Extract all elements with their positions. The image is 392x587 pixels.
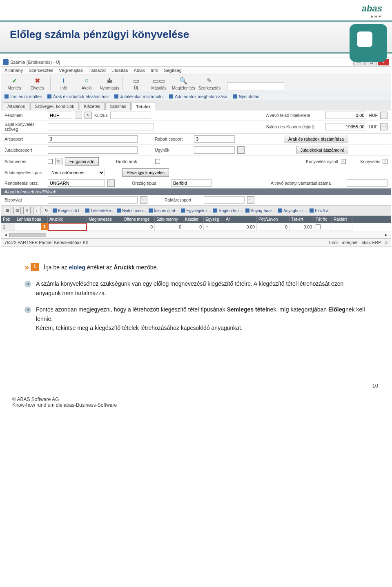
cell-tetfix[interactable] bbox=[314, 223, 332, 231]
input-arcsoport[interactable] bbox=[48, 135, 138, 143]
input-bizonylat[interactable] bbox=[48, 196, 138, 204]
grid-tool-a[interactable]: ▦ bbox=[4, 207, 11, 214]
input-rendelt[interactable] bbox=[48, 179, 105, 187]
tool-display[interactable]: 🔍Megjelenítés bbox=[172, 76, 195, 90]
tab-tetelek[interactable]: Tételek bbox=[131, 103, 155, 110]
col-tetert[interactable]: Tét-ért bbox=[290, 216, 314, 223]
cell-megnevezes[interactable] bbox=[87, 223, 122, 231]
menu-vegrehajtas[interactable]: Végrehajtás bbox=[59, 68, 83, 73]
lookup-icon[interactable]: ⋯ bbox=[237, 146, 245, 154]
chk-adomentes[interactable] bbox=[48, 159, 53, 164]
strip-2[interactable]: Tételértéke... bbox=[85, 208, 114, 213]
menu-szerkesztes[interactable]: Szerkesztés bbox=[29, 68, 53, 73]
col-szla[interactable]: Szla-menny bbox=[155, 216, 183, 223]
select-adokony[interactable]: Nem adómentes bbox=[48, 169, 105, 176]
refresh-icon[interactable]: ↻ bbox=[55, 158, 62, 165]
col-offene[interactable]: Offene menge bbox=[122, 216, 155, 223]
strip-1[interactable]: Kiegészítő t... bbox=[53, 208, 83, 213]
strip-7[interactable]: Anyag-hozz... bbox=[245, 208, 276, 213]
btn-penzugyi[interactable]: Pénzügyi könyvelés bbox=[122, 168, 169, 177]
input-rabatt[interactable] bbox=[194, 135, 235, 143]
input-orszag[interactable] bbox=[171, 179, 212, 187]
menu-info[interactable]: Infó bbox=[151, 68, 158, 73]
chip-iras[interactable]: Írás és újratöltés bbox=[4, 94, 42, 99]
tool-print[interactable]: 🖶Nyomtatás bbox=[100, 76, 119, 90]
col-tetfix[interactable]: Tét fix bbox=[314, 216, 332, 223]
input-hitelkeret[interactable] bbox=[325, 112, 366, 119]
cell-tetert[interactable]: 0.00 bbox=[290, 223, 314, 231]
strip-4[interactable]: Írás és újrat... bbox=[149, 208, 179, 213]
btn-arak-atszamitasa[interactable]: Árak és rabattok átszámítása bbox=[284, 135, 348, 143]
btn-jutalek-atszamolni[interactable]: Jutalékokat átszámolni bbox=[296, 146, 348, 154]
menu-tablazat[interactable]: Táblázat bbox=[89, 68, 106, 73]
chk-konyveles[interactable]: ✓ bbox=[383, 159, 388, 164]
lookup-icon[interactable]: ⋯ bbox=[107, 179, 115, 187]
lookup-icon[interactable]: ⋯ bbox=[380, 123, 388, 130]
input-ugynok[interactable] bbox=[194, 146, 235, 154]
tab-altalanos[interactable]: Általános bbox=[3, 102, 29, 110]
strip-8[interactable]: Anyaghozz... bbox=[278, 208, 307, 213]
tab-kifizetes[interactable]: Kifizetés bbox=[80, 102, 105, 110]
tab-szovegek[interactable]: Szövegek, kondíciók bbox=[30, 102, 78, 110]
col-poz[interactable]: Poz bbox=[1, 216, 15, 223]
chip-jutalek[interactable]: Jutalékokat átszámolni bbox=[114, 94, 163, 99]
tab-szallitas[interactable]: Szállítás bbox=[105, 102, 131, 110]
menu-utasitas[interactable]: Utasítás bbox=[111, 68, 128, 73]
grid-tool-b[interactable]: ▤ bbox=[13, 207, 21, 214]
tool-discard[interactable]: ✖Elvetés bbox=[27, 76, 47, 90]
input-penznem[interactable] bbox=[48, 112, 72, 119]
chip-arak[interactable]: Árak és rabattok átszámítása bbox=[47, 94, 109, 99]
chip-ado[interactable]: Adó adatok meghatározása bbox=[169, 94, 227, 99]
strip-3[interactable]: Nyitott men... bbox=[117, 208, 146, 213]
grid-tool-c[interactable]: ▯ bbox=[23, 207, 31, 214]
chip-nyomtatas[interactable]: Nyomtatás bbox=[233, 94, 259, 99]
col-raktar[interactable]: Raktárt bbox=[332, 216, 352, 223]
menu-allomany[interactable]: Állomány bbox=[4, 68, 23, 73]
col-lehivas[interactable]: Lehívás típus bbox=[15, 216, 48, 223]
col-egyseg[interactable]: Egység bbox=[204, 216, 224, 223]
cell-lehivas[interactable]: 1 bbox=[15, 223, 48, 231]
menu-ablak[interactable]: Ablak bbox=[134, 68, 145, 73]
grid-tool-d[interactable]: i bbox=[33, 207, 40, 214]
input-sajat[interactable] bbox=[48, 123, 154, 130]
col-potl[interactable]: Pótl/Levon bbox=[257, 216, 290, 223]
cell-offene[interactable]: 0 bbox=[122, 223, 155, 231]
col-megnevezes[interactable]: Megnevezés bbox=[87, 216, 122, 223]
lookup-icon[interactable]: ⋯ bbox=[247, 196, 254, 204]
lookup-icon[interactable]: ⋯ bbox=[380, 112, 388, 119]
input-saldo[interactable] bbox=[325, 123, 366, 130]
cell-szla[interactable]: 0 bbox=[155, 223, 183, 231]
input-raktar[interactable] bbox=[204, 196, 245, 204]
tool-copy[interactable]: ▭▭Másolás bbox=[149, 76, 169, 90]
strip-6[interactable]: Rögtön hoz... bbox=[213, 208, 243, 213]
lookup-icon[interactable]: ⋯ bbox=[75, 112, 82, 119]
cell-keszlet[interactable]: 0 bbox=[183, 223, 204, 231]
cell-ar[interactable]: 0.00 bbox=[224, 223, 257, 231]
tool-save[interactable]: ✔Mentés bbox=[4, 76, 24, 90]
chk-brutto[interactable] bbox=[155, 159, 160, 164]
cell-egyseg[interactable]: ≡ bbox=[204, 223, 224, 231]
menu-segitseg[interactable]: Segítség bbox=[164, 68, 181, 73]
cell-potl[interactable]: 0 bbox=[257, 223, 290, 231]
chk-kony-nyitott[interactable]: ✓ bbox=[341, 159, 346, 164]
h-scrollbar[interactable]: ◂▸ bbox=[1, 231, 391, 238]
input-jutalek[interactable] bbox=[48, 146, 138, 154]
strip-9[interactable]: Előző ár bbox=[310, 208, 330, 213]
tool-new[interactable]: ▭Új bbox=[126, 76, 146, 90]
strip-5[interactable]: Egységek k... bbox=[181, 208, 211, 213]
lookup-icon[interactable]: ⋯ bbox=[140, 196, 147, 204]
col-arucikk[interactable]: Árucikk bbox=[48, 216, 87, 223]
tool-edit[interactable]: ✎Szerkesztés bbox=[198, 76, 220, 90]
input-adonyil[interactable] bbox=[347, 179, 388, 187]
col-keszlet[interactable]: Készlet bbox=[183, 216, 204, 223]
grid-tool-e[interactable]: ↻ bbox=[43, 207, 50, 214]
btn-forgalmi[interactable]: Forgalmi adó bbox=[65, 157, 99, 166]
cell-arucikk[interactable] bbox=[48, 223, 87, 231]
col-ar[interactable]: Ár bbox=[224, 216, 257, 223]
grid-row-1[interactable]: 1 1 0 0 0 ≡ 0.00 0 0.00 bbox=[1, 223, 391, 231]
refresh-icon[interactable]: ↻ bbox=[85, 112, 92, 119]
tool-action[interactable]: ○Akció bbox=[77, 76, 96, 90]
tool-info[interactable]: iInfó bbox=[54, 76, 74, 90]
input-kurzus[interactable] bbox=[110, 112, 151, 119]
cell-raktar[interactable] bbox=[332, 223, 352, 231]
